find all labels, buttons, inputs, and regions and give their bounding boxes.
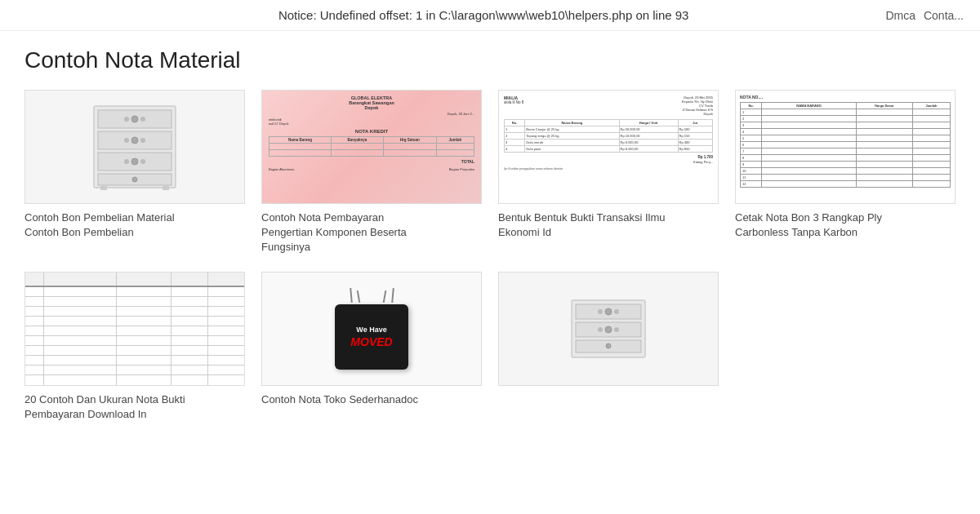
card-image-drawer[interactable]	[24, 90, 245, 204]
card-image-bukti[interactable]: MIALIAsiola lil No 8 Depok, 23 Mei 2005K…	[498, 90, 719, 204]
svg-point-14	[132, 177, 137, 182]
bukti-transaksi-doc: MIALIAsiola lil No 8 Depok, 23 Mei 2005K…	[499, 91, 718, 203]
card-image-nota-bon[interactable]: NOTA NO.... No. NAMA BARANG Harga Dasar …	[735, 90, 956, 204]
notice-text: Notice: Undefined offset: 1 in C:\larago…	[82, 8, 885, 22]
moved-text: MOVED	[350, 335, 392, 348]
card-drawer-bottom	[498, 272, 719, 422]
svg-point-27	[606, 343, 611, 348]
svg-point-19	[605, 308, 612, 315]
dmca-link[interactable]: Dmca	[885, 9, 915, 22]
card-caption-1: Contoh Bon Pembelian Material Contoh Bon…	[24, 210, 245, 240]
card-caption-2: Contoh Nota Pembayaran Pengertian Kompon…	[261, 210, 482, 255]
card-grid: Contoh Bon Pembelian Material Contoh Bon…	[24, 90, 956, 422]
notice-bar: Notice: Undefined offset: 1 in C:\larago…	[0, 0, 980, 31]
drawer-bottom-illustration	[568, 296, 649, 361]
card-image-nota-kredit[interactable]: GLOBAL ELEKTRABarangkat SawanganDepok De…	[261, 90, 482, 204]
svg-point-8	[140, 138, 145, 143]
card-image-moved[interactable]: We Have MOVED	[261, 272, 482, 386]
svg-point-12	[140, 159, 145, 164]
card-nota-toko: We Have MOVED Contoh Nota Toko Sederhana…	[261, 272, 482, 422]
svg-point-2	[131, 116, 138, 122]
svg-point-23	[605, 326, 612, 333]
nota-bon-doc: NOTA NO.... No. NAMA BARANG Harga Dasar …	[736, 91, 955, 203]
svg-point-21	[614, 309, 619, 314]
card-caption-4: Cetak Nota Bon 3 Rangkap Ply Carbonless …	[735, 210, 956, 240]
svg-point-20	[598, 309, 603, 314]
svg-point-25	[614, 327, 619, 332]
card-caption-6: Contoh Nota Toko Sederhanadoc	[261, 392, 482, 407]
card-image-drawer-bottom[interactable]	[498, 272, 719, 386]
svg-rect-15	[100, 186, 107, 190]
card-nota-grid: 20 Contoh Dan Ukuran Nota Bukti Pembayar…	[24, 272, 245, 422]
card-caption-3: Bentuk Bentuk Bukti Transaksi Ilmu Ekono…	[498, 210, 719, 240]
drawer-illustration	[86, 102, 184, 192]
svg-point-24	[598, 327, 603, 332]
page-title: Contoh Nota Material	[24, 47, 956, 73]
moved-sign: We Have MOVED	[335, 304, 408, 370]
svg-point-6	[131, 137, 138, 144]
nota-grid-doc	[25, 273, 244, 385]
moved-sign-container: We Have MOVED	[262, 273, 481, 385]
main-content: Contoh Nota Material	[0, 31, 980, 438]
card-bon-pembelian: Contoh Bon Pembelian Material Contoh Bon…	[24, 90, 245, 255]
card-image-nota-grid[interactable]	[24, 272, 245, 386]
svg-point-10	[131, 158, 138, 165]
card-bukti-transaksi: MIALIAsiola lil No 8 Depok, 23 Mei 2005K…	[498, 90, 719, 255]
contact-link[interactable]: Conta...	[924, 9, 964, 22]
card-nota-bon: NOTA NO.... No. NAMA BARANG Harga Dasar …	[735, 90, 956, 255]
nota-kredit-doc: GLOBAL ELEKTRABarangkat SawanganDepok De…	[262, 91, 481, 203]
nav-links: Dmca Conta...	[885, 9, 964, 22]
svg-rect-16	[163, 186, 169, 190]
svg-point-3	[124, 117, 129, 122]
svg-point-7	[124, 138, 129, 143]
card-nota-pembayaran: GLOBAL ELEKTRABarangkat SawanganDepok De…	[261, 90, 482, 255]
moved-we-have-text: We Have	[356, 326, 386, 334]
svg-point-11	[124, 159, 129, 164]
svg-point-4	[140, 117, 145, 122]
card-caption-5: 20 Contoh Dan Ukuran Nota Bukti Pembayar…	[24, 392, 245, 422]
